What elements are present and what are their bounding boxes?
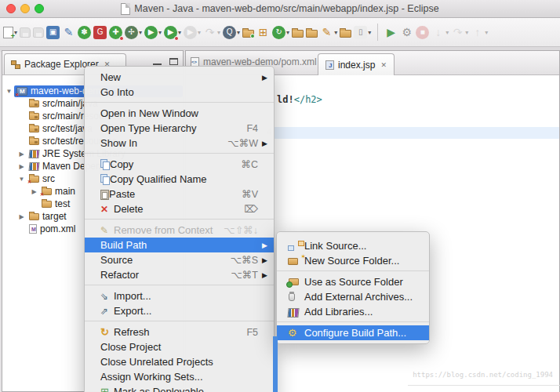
library-icon [288,307,304,317]
chevron-right-icon[interactable]: ▶ [16,163,27,170]
context-menu-item-paste[interactable]: Paste⌘V [85,187,274,201]
dropdown-caret-icon[interactable]: ▾ [217,29,220,36]
save-button[interactable] [20,27,31,38]
build-path-submenu-item-add-libraries[interactable]: Add Libraries... [277,304,429,319]
external-tools-button[interactable]: Q▾ [223,26,240,39]
inspect-button[interactable]: ✎ [62,26,75,39]
dropdown-caret-icon[interactable]: ▾ [368,29,371,36]
context-menu-separator [85,102,274,103]
chevron-right-icon[interactable]: ▶ [16,213,27,220]
profile-icon: ▶ [184,26,197,39]
menu-item-label: Import... [114,290,151,302]
build-path-submenu-item-add-external-archives[interactable]: Add External Archives... [277,289,429,304]
context-menu-item-new[interactable]: New▶ [85,70,274,85]
new-java-package-button[interactable] [242,27,254,38]
build-path-submenu-item-use-as-source-folder[interactable]: Use as Source Folder [277,274,429,289]
jar-icon [288,292,304,302]
save-all-button[interactable] [33,27,44,38]
dropdown-caret-icon[interactable]: ▾ [445,29,449,36]
context-menu: New▶Go IntoOpen in New WindowOpen Type H… [84,66,275,392]
context-menu-separator [85,285,274,285]
export-icon [100,306,114,317]
context-menu-item-close-project[interactable]: Close Project [85,339,274,354]
context-menu-item-delete[interactable]: Delete⌦ [85,201,274,216]
build-path-submenu-separator [277,321,429,322]
tab-index-jsp-label: index.jsp [338,60,375,71]
step-return-button[interactable]: ↑▾ [471,26,488,39]
build-path-submenu-item-link-source[interactable]: Link Source... [277,238,429,253]
title-bar: Maven - Java - maven-web-demo/src/main/w… [0,0,560,18]
debug-button[interactable]: ✢▾ [125,26,142,39]
paste-icon [100,189,109,199]
dropdown-caret-icon[interactable]: ▾ [485,29,488,36]
context-menu-item-copy[interactable]: Copy⌘C [85,157,274,172]
grails-button[interactable]: G [93,26,107,39]
web-browser-button[interactable] [340,27,351,38]
dropdown-caret-icon[interactable]: ▾ [286,29,289,36]
new-web-package-button[interactable]: ⊞ [256,26,270,39]
mark-occurrences-button[interactable]: ✎▾ [320,26,337,39]
dropdown-caret-icon[interactable]: ▾ [158,29,162,36]
maven-update-icon: ↻ [272,26,285,39]
watermark: https://blog.csdn.net/coding_1994 [413,371,553,379]
maximize-view-icon[interactable] [169,58,178,65]
new-wizard-button[interactable]: ▾ [3,27,17,38]
profile-button[interactable]: ▶▾ [184,26,201,39]
console-button[interactable]: ▣ [46,26,60,39]
open-file-button[interactable] [306,27,318,38]
resume-button[interactable]: ▶ [384,26,398,39]
dropdown-caret-icon[interactable]: ▾ [198,29,201,36]
copy-icon [100,174,110,184]
inspect-icon: ✎ [62,26,75,39]
close-tab-icon[interactable]: ✕ [380,61,387,69]
dropdown-caret-icon[interactable]: ▾ [178,29,181,36]
context-menu-item-remove-from-context[interactable]: Remove from Context⌥⇧⌘↓ [85,223,274,238]
context-menu-item-build-path[interactable]: Build Path▶ [85,238,274,252]
chevron-down-icon[interactable]: ▼ [4,88,14,95]
step-into-button[interactable]: ↓▾ [431,26,449,39]
tab-index-jsp[interactable]: index.jsp ✕ [318,53,395,75]
dropdown-caret-icon[interactable]: ▾ [139,29,142,36]
context-menu-item-import[interactable]: Import... [85,289,274,303]
maven-project-icon [16,87,27,96]
build-path-submenu-item-configure-build-path[interactable]: Configure Build Path... [277,325,429,340]
context-menu-item-refresh[interactable]: RefreshF5 [85,325,274,339]
context-menu-item-assign-working-sets[interactable]: Assign Working Sets... [85,369,274,384]
dropdown-caret-icon[interactable]: ▾ [237,29,240,36]
chevron-right-icon[interactable]: ▶ [29,188,39,195]
terminate-button[interactable]: ■ [416,26,429,39]
testng-button[interactable]: ✚ [109,26,122,39]
chevron-down-icon[interactable]: ▼ [16,176,27,183]
context-menu-item-close-unrelated-projects[interactable]: Close Unrelated Projects [85,354,274,369]
dropdown-caret-icon[interactable]: ▾ [465,29,468,36]
tree-item-label: target [42,211,67,222]
context-menu-item-show-in[interactable]: Show In⌥⌘W▶ [85,136,274,151]
context-menu-item-go-into[interactable]: Go Into [85,85,274,100]
spring-boot-button[interactable]: ✽ [78,26,91,39]
context-menu-item-mark-as-deployable[interactable]: Mark as Deployable [85,384,274,392]
build-path-submenu-item-new-source-folder[interactable]: New Source Folder... [277,253,429,268]
dropdown-caret-icon[interactable]: ▾ [334,29,337,36]
server-button[interactable]: ▯▾ [354,26,371,39]
context-menu-item-refactor[interactable]: Refactor⌥⌘T▶ [85,267,274,282]
open-resource-button[interactable] [292,27,304,38]
run-button[interactable]: ▶▾ [144,26,162,39]
build-all-button[interactable]: ⚙ [400,26,413,39]
context-menu-item-open-type-hierarchy[interactable]: Open Type HierarchyF4 [85,121,274,136]
testng-icon: ✚ [109,26,122,39]
context-menu-item-open-in-new-window[interactable]: Open in New Window [85,106,274,121]
menu-item-label: Mark as Deployable [114,386,204,392]
tree-item-label: test [55,198,70,209]
step-over-button[interactable]: ↷▾ [451,26,468,39]
library-icon [28,162,39,171]
run-config-button[interactable]: ▶▾ [164,26,181,39]
context-menu-item-copy-qualified-name[interactable]: Copy Qualified Name [85,172,274,187]
maven-update-button[interactable]: ↻▾ [272,26,289,39]
chevron-right-icon[interactable]: ▶ [16,151,27,158]
context-menu-item-export[interactable]: Export... [85,303,274,318]
skip-breakpoints-button[interactable]: ↷▾ [203,26,220,39]
context-menu-item-source[interactable]: Source⌥⌘S▶ [85,252,274,267]
menu-item-label: Show In [100,137,137,149]
minimize-view-icon[interactable] [153,58,162,65]
maven-file-icon [29,224,37,234]
